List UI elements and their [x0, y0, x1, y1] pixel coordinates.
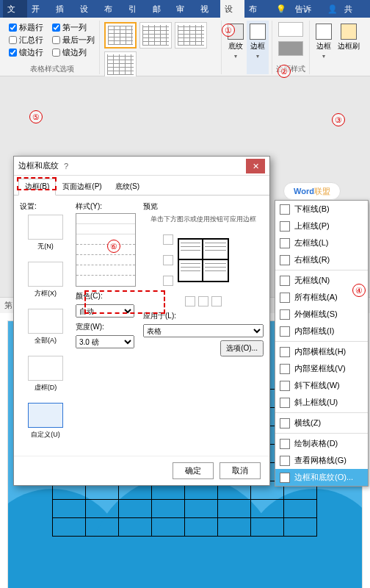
apply-select[interactable]: 表格	[143, 324, 264, 337]
check-first-col[interactable]	[52, 24, 60, 32]
menu-tab[interactable]: 开始	[27, 0, 51, 18]
color-select[interactable]: 自动	[76, 304, 134, 318]
borders-icon	[316, 24, 332, 40]
menu-item[interactable]: 查看网格线(G)	[275, 452, 368, 469]
width-select[interactable]: 3.0 磅	[76, 335, 134, 348]
preview-edge-button[interactable]	[198, 296, 208, 306]
border-painter-button[interactable]: 边框刷	[335, 21, 363, 74]
setting-box[interactable]	[28, 262, 63, 287]
tell-me[interactable]: 告诉我	[291, 0, 322, 18]
tab-borders[interactable]: 边框(B)	[18, 179, 56, 196]
preview-edge-button[interactable]	[211, 296, 222, 306]
borders-dropdown-menu: 下框线(B) 上框线(P) 左框线(L) 右框线(R) 无框线(N) 所有框线(…	[275, 200, 369, 487]
dialog-tabs: 边框(B) 页面边框(P) 底纹(S)	[14, 176, 269, 196]
menu-tab-design[interactable]: 设计	[220, 0, 244, 18]
help-button[interactable]: ?	[59, 162, 73, 171]
menu-tab[interactable]: 插入	[51, 0, 76, 18]
setting-grid[interactable]	[28, 356, 63, 381]
menu-tab[interactable]: 邮件	[148, 0, 173, 18]
menu-item[interactable]: 绘制表格(D)	[275, 435, 368, 452]
border-none-icon	[280, 276, 290, 286]
menu-item[interactable]: 斜下框线(W)	[275, 377, 368, 394]
check-header-row[interactable]	[9, 24, 17, 32]
border-all-icon	[280, 293, 290, 303]
menu-tab[interactable]: 引用	[124, 0, 148, 18]
menu-tab[interactable]: 视图	[196, 0, 220, 18]
chevron-down-icon: ▾	[256, 53, 259, 60]
marker-3: ③	[332, 113, 345, 126]
cancel-button[interactable]: 取消	[220, 462, 261, 479]
border-left-icon	[280, 238, 290, 248]
menu-tab-layout[interactable]: 布局	[244, 0, 269, 18]
options-button[interactable]: 选项(O)...	[220, 340, 264, 356]
menu-tab[interactable]: 设计	[76, 0, 100, 18]
pen-color[interactable]	[275, 40, 306, 57]
border-bottom-icon	[280, 204, 290, 215]
menu-item-borders-shading[interactable]: 边框和底纹(O)...	[275, 469, 368, 486]
preview-area	[163, 227, 244, 293]
menu-item[interactable]: 右框线(R)	[275, 251, 368, 268]
menu-item[interactable]: 下框线(B)	[275, 201, 368, 218]
width-label: 宽度(W):	[76, 322, 134, 332]
group-label: 表格样式选项	[30, 64, 74, 74]
tab-shading[interactable]: 底纹(S)	[109, 179, 146, 195]
table-style-thumb[interactable]	[104, 22, 137, 49]
marker-2: ②	[278, 65, 291, 78]
menu-item[interactable]: 内部框线(I)	[275, 323, 368, 340]
draw-table-icon	[280, 439, 290, 449]
setting-none[interactable]	[28, 215, 63, 240]
table-style-thumb[interactable]	[104, 51, 137, 78]
style-options-left: 标题行 汇总行 镶边行	[7, 21, 45, 62]
watermark-logo: Word联盟	[283, 182, 341, 200]
menu-item[interactable]: 外侧框线(S)	[275, 306, 368, 323]
setting-all[interactable]	[28, 309, 63, 334]
style-options-right: 第一列 最后一列 镶边列	[51, 21, 96, 62]
pen-style[interactable]	[275, 21, 306, 38]
tell-me-icon[interactable]: 💡	[272, 0, 291, 18]
borders-split-button[interactable]: 边框▾	[313, 21, 335, 74]
menubar: 文件 开始 插入 设计 布局 引用 邮件 审阅 视图 设计 布局 💡 告诉我 👤…	[0, 0, 370, 18]
borders-button[interactable]: 边框▾	[247, 21, 269, 74]
menu-file[interactable]: 文件	[3, 0, 27, 18]
check-banded-row[interactable]	[9, 49, 17, 57]
preview-edge-button[interactable]	[163, 234, 173, 245]
border-v-icon	[280, 364, 290, 374]
preview-edge-button[interactable]	[185, 296, 195, 306]
borders-shading-icon	[280, 473, 290, 483]
table-style-thumb[interactable]	[139, 22, 172, 49]
menu-item[interactable]: 斜上框线(U)	[275, 394, 368, 411]
color-label: 颜色(C):	[76, 291, 134, 301]
menu-item[interactable]: 内部竖框线(V)	[275, 360, 368, 377]
menu-item[interactable]: 横线(Z)	[275, 415, 368, 431]
preview-label: 预览	[143, 201, 264, 212]
table-style-thumb[interactable]	[175, 22, 207, 49]
menu-tab[interactable]: 审阅	[172, 0, 196, 18]
menu-tab[interactable]: 布局	[100, 0, 124, 18]
style-label: 样式(Y):	[76, 201, 134, 212]
preview-edge-button[interactable]	[163, 276, 173, 286]
marker-6: ⑥	[107, 240, 120, 253]
border-top-icon	[280, 221, 290, 232]
menu-item[interactable]: 内部横框线(H)	[275, 343, 368, 360]
check-last-col[interactable]	[52, 36, 60, 44]
check-total-row[interactable]	[9, 36, 17, 44]
settings-label: 设置:	[20, 201, 71, 212]
check-banded-col[interactable]	[52, 49, 60, 57]
preview-edge-button[interactable]	[163, 255, 173, 265]
share-button[interactable]: 👤 共享	[323, 0, 368, 18]
tab-page-border[interactable]: 页面边框(P)	[56, 179, 108, 195]
chevron-down-icon: ▾	[234, 53, 237, 60]
borders-icon	[250, 24, 266, 40]
border-diag-up-icon	[280, 398, 290, 408]
border-inside-icon	[280, 326, 290, 337]
marker-5: ⑤	[29, 110, 43, 123]
menu-item[interactable]: 上框线(P)	[275, 218, 368, 234]
dialog-title: 边框和底纹	[18, 160, 59, 171]
ok-button[interactable]: 确定	[173, 462, 214, 479]
setting-custom[interactable]	[28, 403, 63, 428]
border-right-icon	[280, 255, 290, 265]
close-button[interactable]: ✕	[246, 159, 265, 173]
view-gridlines-icon	[280, 456, 290, 466]
style-listbox[interactable]	[76, 213, 136, 287]
menu-item[interactable]: 左框线(L)	[275, 234, 368, 251]
